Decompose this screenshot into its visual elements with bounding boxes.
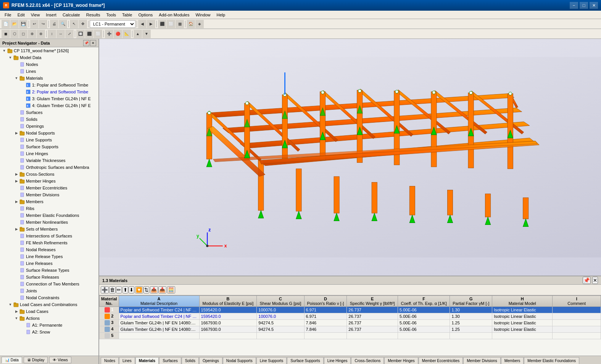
bottom-tab-cross-sections[interactable]: Cross-Sections (351, 357, 384, 364)
tree-item-36[interactable]: Nodal Constraints (0, 294, 98, 301)
table-row-1[interactable]: 1Poplar and Softwood Timber C24 | NF EN … (100, 307, 601, 313)
tree-item-38[interactable]: ▶Load Cases (0, 308, 98, 315)
tb2-3[interactable]: ◻ (19, 30, 27, 38)
bottom-tab-surface-supports[interactable]: Surface Supports (287, 357, 323, 364)
tb-zoom[interactable]: 🔍 (59, 20, 67, 28)
dt-edit[interactable]: ✏ (116, 286, 122, 293)
tree-item-1[interactable]: ▼Model Data (0, 54, 98, 61)
dt-down[interactable]: ⬇ (129, 286, 134, 293)
tb2-10[interactable]: ⬛ (85, 30, 93, 38)
col-header-i[interactable]: IComment (553, 296, 601, 307)
tb2-2[interactable]: ⬡ (10, 30, 19, 38)
tb-save[interactable]: 💾 (19, 20, 27, 28)
dt-delete[interactable]: 🗑 (109, 286, 116, 293)
menu-item-insert[interactable]: Insert (43, 12, 60, 18)
3d-viewport[interactable]: x y z (99, 39, 601, 276)
menu-item-window[interactable]: Window (192, 12, 213, 18)
bottom-tab-openings[interactable]: Openings (199, 357, 222, 364)
tree-item-5[interactable]: 11: Poplar and Softwood Timbe (0, 82, 98, 88)
tb2-1[interactable]: ◼ (2, 30, 10, 38)
tb-undo[interactable]: ↩ (30, 20, 39, 28)
table-row-2[interactable]: 2Poplar and Softwood Timber C24 | NF EN1… (100, 313, 601, 320)
col-header-f[interactable]: FCoeff. of Th. Exp. α [1/K] (398, 296, 450, 307)
bottom-tab-member-eccentricities[interactable]: Member Eccentricities (419, 357, 463, 364)
tb2-14[interactable]: 📐 (122, 30, 131, 38)
bottom-tab-line-hinges[interactable]: Line Hinges (324, 357, 351, 364)
tree-item-0[interactable]: ▼CP 1178_wood frame* [1626] (0, 47, 98, 54)
tree-item-13[interactable]: Line Supports (0, 136, 98, 143)
tb2-12[interactable]: ➕ (105, 30, 113, 38)
bottom-tab-member-hinges[interactable]: Member Hinges (384, 357, 418, 364)
tb-render3[interactable]: ▦ (176, 20, 184, 28)
tree-item-6[interactable]: 22: Poplar and Softwood Timbe (0, 88, 98, 95)
tree-item-17[interactable]: Orthotropic Surfaces and Membra (0, 164, 98, 171)
menu-item-add-on-modules[interactable]: Add-on Modules (156, 12, 192, 18)
dt-filter[interactable]: 🔽 (135, 286, 143, 293)
data-panel-pin[interactable]: 📌 (583, 277, 591, 284)
tree-item-22[interactable]: ▶Members (0, 198, 98, 205)
bottom-tab-solids[interactable]: Solids (182, 357, 199, 364)
tree-item-26[interactable]: ▶Sets of Members (0, 226, 98, 233)
menu-item-file[interactable]: File (2, 12, 15, 18)
col-header-matno[interactable]: MaterialNo. (100, 296, 119, 307)
data-panel-close[interactable]: ✕ (592, 277, 598, 284)
bottom-tab-nodal-supports[interactable]: Nodal Supports (223, 357, 256, 364)
tb-redo[interactable]: ↪ (39, 20, 47, 28)
tree-item-28[interactable]: FE Mesh Refinements (0, 239, 98, 246)
maximize-button[interactable]: □ (580, 2, 588, 9)
dt-import[interactable]: 📥 (158, 286, 166, 293)
dt-export[interactable]: 📤 (150, 286, 158, 293)
tb-new[interactable]: 📄 (2, 20, 10, 28)
tree-item-18[interactable]: ▶Cross-Sections (0, 171, 98, 178)
nav-pin[interactable]: 📌 (83, 40, 89, 46)
tree-item-9[interactable]: Surfaces (0, 109, 98, 116)
tb-move[interactable]: ✥ (79, 20, 87, 28)
data-table-container[interactable]: MaterialNo. AMaterial Description BModul… (99, 295, 601, 356)
tree-item-34[interactable]: Connection of Two Members (0, 281, 98, 287)
tree-item-24[interactable]: Member Elastic Foundations (0, 212, 98, 219)
nav-tab-display[interactable]: 🖥 Display (24, 357, 48, 363)
menu-item-edit[interactable]: Edit (15, 12, 28, 18)
dt-up[interactable]: ⬆ (122, 286, 128, 293)
tb-view1[interactable]: 🏠 (187, 20, 195, 28)
bottom-tab-members[interactable]: Members (501, 357, 524, 364)
tree-item-3[interactable]: Lines (0, 68, 98, 75)
tb2-7[interactable]: ↔ (56, 30, 65, 38)
tree-item-12[interactable]: ▶Nodal Supports (0, 130, 98, 136)
bottom-tab-line-supports[interactable]: Line Supports (256, 357, 287, 364)
tb-print[interactable]: 🖨 (50, 20, 58, 28)
bottom-tab-nodes[interactable]: Nodes (101, 357, 119, 364)
tree-item-41[interactable]: A2: Snow (0, 329, 98, 335)
tree-item-29[interactable]: Nodal Releases (0, 246, 98, 253)
col-header-d[interactable]: DPoisson's Ratio ν [-] (304, 296, 347, 307)
col-header-g[interactable]: GPartial Factor γM [-] (450, 296, 492, 307)
tree-item-19[interactable]: ▶Member Hinges (0, 178, 98, 184)
dt-sort[interactable]: ⇅ (143, 286, 149, 293)
nav-close[interactable]: ✕ (90, 40, 96, 46)
tree-item-37[interactable]: ▼Load Cases and Combinations (0, 301, 98, 308)
col-header-b[interactable]: BModulus of Elasticity E [psi] (199, 296, 257, 307)
minimize-button[interactable]: − (570, 2, 578, 9)
tb-prev[interactable]: ◀ (138, 20, 147, 28)
tree-item-23[interactable]: Ribs (0, 205, 98, 212)
tb-next[interactable]: ▶ (147, 20, 155, 28)
tree-item-30[interactable]: Line Release Types (0, 253, 98, 260)
tree-item-2[interactable]: Nodes (0, 61, 98, 68)
tb2-11[interactable]: ⬜ (94, 30, 102, 38)
menu-item-results[interactable]: Results (83, 12, 103, 18)
tree-item-4[interactable]: ▼Materials (0, 75, 98, 82)
tree-item-40[interactable]: A1: Permanente (0, 322, 98, 329)
lc-dropdown[interactable]: LC1 - Permanent (90, 20, 135, 28)
menu-item-table[interactable]: Table (119, 12, 135, 18)
menu-item-view[interactable]: View (28, 12, 43, 18)
nav-tab-views[interactable]: 👁 Views (49, 357, 71, 363)
tb2-9[interactable]: 🔲 (76, 30, 85, 38)
tree-item-7[interactable]: 33: Glulam Timber GL24h | NF E (0, 95, 98, 102)
tb-view2[interactable]: ◈ (195, 20, 204, 28)
bottom-tab-member-divisions[interactable]: Member Divisions (463, 357, 500, 364)
tree-item-16[interactable]: Variable Thicknesses (0, 157, 98, 164)
bottom-tab-lines[interactable]: Lines (119, 357, 135, 364)
menu-item-help[interactable]: Help (214, 12, 229, 18)
table-row-4[interactable]: 4Glulam Timber GL24h | NF EN 14080:20116… (100, 326, 601, 333)
dt-calc[interactable]: 🧮 (167, 286, 175, 293)
